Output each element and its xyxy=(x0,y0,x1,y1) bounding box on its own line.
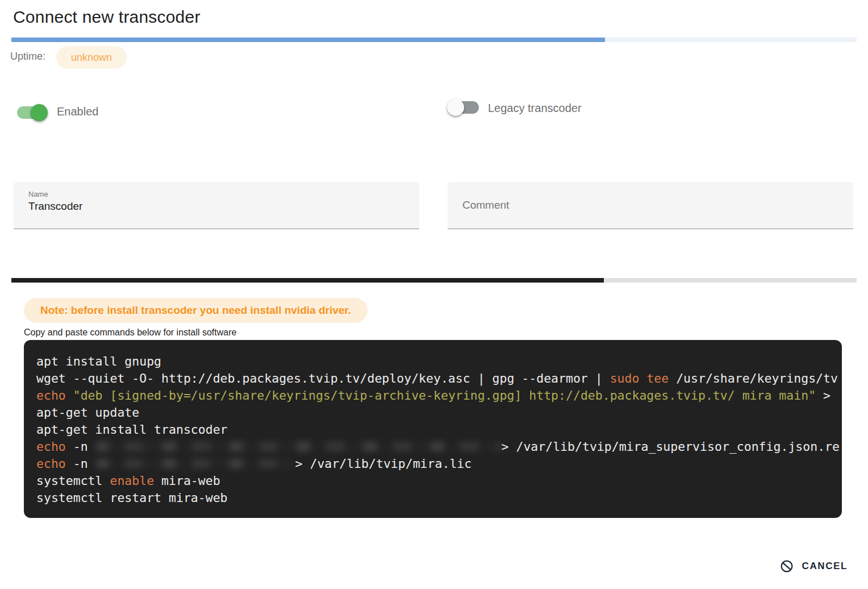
code-line: systemctl enable mira-web xyxy=(36,472,842,490)
redacted-secret xyxy=(95,442,502,451)
code-line: echo "deb [signed-by=/usr/share/keyrings… xyxy=(36,387,842,404)
comment-input[interactable] xyxy=(462,182,837,229)
cancel-button-label: CANCEL xyxy=(802,561,848,572)
name-input[interactable] xyxy=(28,200,403,213)
code-line: echo -n > /var/lib/tvip/mira_supervisor_… xyxy=(36,438,842,455)
name-field-label: Name xyxy=(28,190,48,198)
block-icon xyxy=(780,559,794,573)
top-progress-fill xyxy=(11,38,605,42)
code-line: apt-get update xyxy=(36,404,842,421)
enabled-toggle-thumb xyxy=(31,104,48,121)
legacy-toggle-thumb xyxy=(447,99,464,116)
enabled-toggle-label: Enabled xyxy=(57,105,98,118)
code-line: echo -n > /var/lib/tvip/mira.lic xyxy=(36,455,842,472)
connect-transcoder-page: Connect new transcoder Uptime: unknown E… xyxy=(0,0,868,589)
nvidia-driver-note: Note: before install transcoder you need… xyxy=(24,298,368,323)
code-line: wget --quiet -O- http://deb.packages.tvi… xyxy=(36,370,842,387)
redacted-secret xyxy=(95,459,295,468)
top-progress-track xyxy=(11,38,857,42)
code-line: apt install gnupg xyxy=(36,353,842,370)
cancel-button[interactable]: CANCEL xyxy=(779,557,849,575)
page-title: Connect new transcoder xyxy=(13,7,201,27)
uptime-label: Uptime: xyxy=(10,51,45,63)
code-line: apt-get install transcoder xyxy=(36,421,842,438)
section-progress-fill xyxy=(11,278,604,283)
uptime-status-badge: unknown xyxy=(56,46,127,69)
install-caption: Copy and paste commands below for instal… xyxy=(24,327,236,338)
name-field[interactable]: Name xyxy=(14,182,419,229)
comment-field[interactable] xyxy=(448,182,853,229)
install-commands-code-block: apt install gnupgwget --quiet -O- http:/… xyxy=(24,340,842,518)
section-progress-track xyxy=(11,278,857,283)
code-line: systemctl restart mira-web xyxy=(36,490,842,507)
legacy-toggle-label: Legacy transcoder xyxy=(488,102,582,115)
